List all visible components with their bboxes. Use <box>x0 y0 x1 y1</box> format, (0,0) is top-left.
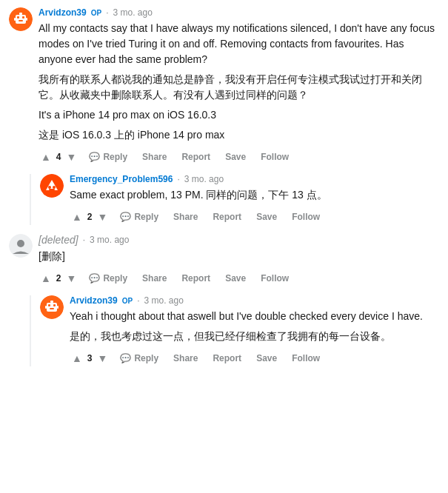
separator: · <box>177 174 179 184</box>
comment-text: Yeah i thought about that aswell but I'v… <box>70 309 439 344</box>
reply-label: Reply <box>134 212 158 222</box>
comment-body: Emergency_Problem596·3 mo. agoSame exact… <box>70 174 439 225</box>
avatar <box>40 295 64 319</box>
save-button[interactable]: Save <box>221 149 250 165</box>
report-button[interactable]: Report <box>177 149 215 165</box>
reply-icon: 💬 <box>120 212 131 222</box>
comment-2: Emergency_Problem596·3 mo. agoSame exact… <box>30 174 439 225</box>
comment-4: Arvidzon39OP·3 mo. agoYeah i thought abo… <box>30 295 439 366</box>
svg-rect-12 <box>49 189 55 190</box>
comment-header: Arvidzon39OP·3 mo. ago <box>39 7 439 18</box>
svg-rect-7 <box>26 18 27 21</box>
comment-body: [deleted]·3 mo. ago[删除]▲2▼💬ReplyShareRep… <box>39 234 439 286</box>
save-button[interactable]: Save <box>252 350 281 366</box>
svg-point-11 <box>53 186 56 189</box>
separator: · <box>106 7 108 18</box>
text-line: It's a iPhone 14 pro max on iOS 16.0.3 <box>39 107 439 123</box>
text-line: 是的，我也考虑过这一点，但我已经仔细检查了我拥有的每一台设备。 <box>70 329 439 344</box>
action-bar: ▲3▼💬ReplyShareReportSaveFollow <box>70 350 439 366</box>
username[interactable]: Emergency_Problem596 <box>70 174 173 184</box>
svg-rect-20 <box>50 301 53 303</box>
share-button[interactable]: Share <box>169 209 202 225</box>
separator: · <box>137 295 139 306</box>
svg-rect-21 <box>45 306 47 309</box>
comment-header: Arvidzon39OP·3 mo. ago <box>70 295 439 306</box>
svg-point-14 <box>17 240 24 247</box>
svg-rect-16 <box>47 303 57 312</box>
comment-3: [deleted]·3 mo. ago[删除]▲2▼💬ReplyShareRep… <box>9 234 439 286</box>
reply-icon: 💬 <box>120 353 131 363</box>
follow-button[interactable]: Follow <box>256 270 293 286</box>
username: [deleted] <box>39 234 78 246</box>
svg-rect-19 <box>50 308 54 309</box>
svg-point-10 <box>48 186 51 189</box>
vote-count: 4 <box>56 152 61 162</box>
reply-label: Reply <box>134 353 158 363</box>
upvote-button[interactable]: ▲ <box>39 271 53 286</box>
downvote-button[interactable]: ▼ <box>96 209 110 224</box>
action-bar: ▲2▼💬ReplyShareReportSaveFollow <box>39 270 439 286</box>
svg-rect-17 <box>48 304 50 306</box>
downvote-button[interactable]: ▼ <box>96 351 110 366</box>
action-bar: ▲2▼💬ReplyShareReportSaveFollow <box>70 209 439 225</box>
svg-rect-1 <box>16 15 26 24</box>
vote-controls: ▲3▼ <box>70 351 110 366</box>
reply-button[interactable]: 💬Reply <box>116 350 163 366</box>
avatar <box>9 234 33 258</box>
upvote-button[interactable]: ▲ <box>70 209 84 224</box>
timestamp: 3 mo. ago <box>184 174 224 184</box>
svg-rect-3 <box>22 16 24 19</box>
upvote-button[interactable]: ▲ <box>39 150 53 164</box>
reply-label: Reply <box>103 152 127 162</box>
svg-rect-6 <box>14 18 16 21</box>
upvote-button[interactable]: ▲ <box>70 351 84 366</box>
share-button[interactable]: Share <box>138 149 171 165</box>
reply-label: Reply <box>103 273 127 284</box>
reply-button[interactable]: 💬Reply <box>116 209 163 225</box>
text-line: 这是 iOS 16.0.3 上的 iPhone 14 pro max <box>39 127 439 143</box>
report-button[interactable]: Report <box>208 209 246 225</box>
comment-1: Arvidzon39OP·3 mo. agoAll my contacts sa… <box>9 7 439 165</box>
save-button[interactable]: Save <box>221 270 250 286</box>
text-line: All my contacts say that I have always m… <box>39 21 439 67</box>
action-bar: ▲4▼💬ReplyShareReportSaveFollow <box>39 149 439 165</box>
vote-controls: ▲4▼ <box>39 150 78 164</box>
timestamp: 3 mo. ago <box>113 7 152 18</box>
separator: · <box>83 235 85 245</box>
comment-thread: Arvidzon39OP·3 mo. agoAll my contacts sa… <box>0 0 448 383</box>
follow-button[interactable]: Follow <box>287 350 324 366</box>
avatar <box>9 7 33 31</box>
share-button[interactable]: Share <box>169 350 202 366</box>
username[interactable]: Arvidzon39 <box>39 7 87 18</box>
save-button[interactable]: Save <box>252 209 281 225</box>
reply-button[interactable]: 💬Reply <box>84 270 132 286</box>
reply-icon: 💬 <box>89 273 100 284</box>
vote-count: 3 <box>87 353 93 363</box>
text-line: Same exact problem, 13 PM. 同样的问题，下午 13 点… <box>70 187 439 203</box>
text-line: 我所有的联系人都说我的通知总是静音，我没有开启任何专注模式我试过打开和关闭它。从… <box>39 72 439 103</box>
follow-button[interactable]: Follow <box>287 209 324 225</box>
vote-count: 2 <box>56 273 61 284</box>
reply-icon: 💬 <box>89 152 100 162</box>
reply-button[interactable]: 💬Reply <box>84 149 132 165</box>
comment-header: Emergency_Problem596·3 mo. ago <box>70 174 439 184</box>
username[interactable]: Arvidzon39 <box>70 295 118 306</box>
op-badge: OP <box>122 297 133 305</box>
comment-text: [删除] <box>39 249 439 264</box>
report-button[interactable]: Report <box>208 350 246 366</box>
follow-button[interactable]: Follow <box>256 149 293 165</box>
comment-text: All my contacts say that I have always m… <box>39 21 439 143</box>
comment-body: Arvidzon39OP·3 mo. agoYeah i thought abo… <box>70 295 439 366</box>
comment-text: Same exact problem, 13 PM. 同样的问题，下午 13 点… <box>70 187 439 203</box>
downvote-button[interactable]: ▼ <box>64 150 79 164</box>
svg-rect-5 <box>19 13 22 15</box>
timestamp: 3 mo. ago <box>144 295 183 306</box>
timestamp: 3 mo. ago <box>90 235 129 245</box>
svg-rect-2 <box>17 16 19 19</box>
report-button[interactable]: Report <box>177 270 215 286</box>
downvote-button[interactable]: ▼ <box>64 271 79 286</box>
vote-controls: ▲2▼ <box>70 209 110 224</box>
svg-rect-22 <box>57 306 58 309</box>
avatar <box>40 174 64 198</box>
share-button[interactable]: Share <box>138 270 171 286</box>
